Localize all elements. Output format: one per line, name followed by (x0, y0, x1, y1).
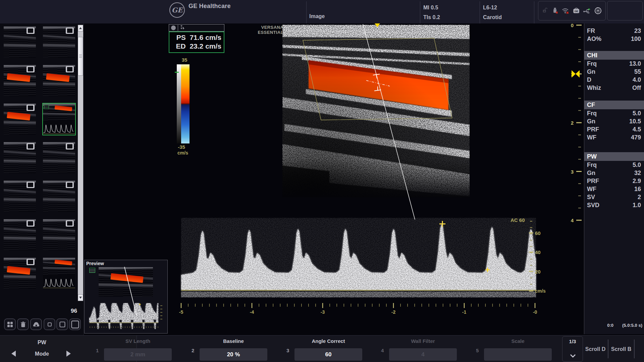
softkey-button-angle-correct[interactable]: 60 (294, 348, 362, 361)
svg-text:GE: GE (574, 10, 578, 13)
svg-text:40: 40 (535, 249, 541, 255)
mode-next-button[interactable] (66, 351, 71, 357)
size-large-button[interactable] (69, 318, 81, 330)
chevron-down-icon[interactable] (570, 354, 576, 358)
softkey-button-sv-length[interactable]: 2 mm (104, 348, 172, 361)
scroll-up-button[interactable] (78, 25, 83, 32)
ac-angle-label: AC 60 (511, 217, 525, 223)
thumbnail-measure-box (44, 105, 49, 109)
wifi-error-icon (561, 6, 570, 15)
cine-clip-icon (26, 105, 35, 111)
scroll-d-button[interactable]: Scroll D (583, 346, 608, 352)
scrollbar-thumb[interactable] (78, 37, 83, 76)
parameter-value: 5.0 (633, 109, 641, 117)
parameter-row: SVD1.0 (584, 201, 644, 209)
svg-text:4: 4 (571, 218, 574, 223)
svg-text:-0: -0 (533, 309, 537, 315)
brightness-icon (594, 6, 602, 16)
parameter-value: 13.0 (629, 60, 641, 68)
parameter-row: Frq13.0 (584, 60, 644, 68)
thumbnail[interactable] (43, 219, 75, 250)
svg-text:cm/s: cm/s (535, 288, 546, 294)
preview-label: Preview (86, 261, 104, 266)
arrow-down-icon (79, 297, 82, 299)
grayscale-marker (175, 72, 179, 73)
mode-label[interactable]: Mode (27, 351, 57, 357)
colorbar-unit-label: cm/s (176, 150, 190, 156)
parameter-row: Frq5.0 (584, 161, 644, 169)
grid-layout-button[interactable] (4, 318, 16, 330)
parameter-value: 100 (631, 35, 641, 43)
softkey-label: Scale (484, 338, 552, 344)
ge-network-icon: GE (573, 6, 580, 15)
thumbnail[interactable] (4, 65, 36, 96)
size-large-icon (71, 320, 79, 329)
size-medium-button[interactable] (56, 318, 68, 330)
arrow-up-icon (79, 27, 82, 29)
parameter-label: PRF (587, 177, 599, 185)
scroll-down-button[interactable] (78, 294, 83, 301)
softkey-button-baseline[interactable]: 20 % (200, 348, 267, 361)
parameter-label: SV (587, 193, 595, 201)
measurement-values: PS 71.6 cm/s ED 23.2 cm/s (169, 32, 224, 53)
divider (480, 1, 480, 23)
sidebar-scrollbar[interactable] (78, 25, 83, 301)
thumbnail[interactable] (4, 142, 36, 173)
thumbnail[interactable] (4, 104, 36, 135)
system-watermark: VERSANAESSENTIAL (235, 25, 283, 35)
colorbar-max-label: 35 (178, 57, 191, 63)
softkey-button-scale[interactable] (484, 348, 552, 361)
softkey-page-box[interactable]: 1/3 (562, 336, 583, 362)
brand-title: GE Healthcare (189, 3, 231, 10)
softkey-number: 5 (476, 348, 479, 353)
svg-text:-4: -4 (250, 309, 254, 315)
divider (178, 25, 178, 31)
parameter-label: WF (587, 185, 596, 193)
svg-text:3: 3 (571, 169, 574, 175)
tab-image[interactable]: Image (309, 13, 325, 19)
mode-prev-button[interactable] (11, 351, 16, 357)
thumbnail[interactable] (43, 142, 75, 173)
svg-text:-2: -2 (391, 309, 396, 315)
cine-clip-icon (66, 220, 74, 227)
usb-connected-icon (583, 6, 591, 15)
clipboard-sidebar: 96 (0, 23, 84, 335)
cine-clock: 0:0 (5.0:5.0 s) (584, 323, 644, 328)
size-small-button[interactable] (44, 318, 55, 330)
thumbnail[interactable] (4, 181, 36, 212)
delete-button[interactable] (17, 318, 29, 330)
print-button[interactable] (30, 318, 42, 330)
parameter-label: Frq (587, 60, 597, 68)
svg-text:-3: -3 (321, 309, 325, 315)
cine-clip-icon (66, 182, 74, 188)
image-count: 96 (47, 308, 77, 314)
scrollbar-grip (79, 55, 82, 58)
parameter-label: PRF (587, 125, 599, 133)
thumbnail[interactable] (4, 258, 36, 289)
preview-measure-box (89, 268, 95, 273)
parameter-value: 4.0 (633, 76, 641, 84)
parameter-value: 1.0 (633, 201, 641, 209)
thumbnail[interactable] (43, 26, 75, 58)
parameter-label: AO% (587, 35, 601, 43)
thumbnail[interactable] (43, 65, 75, 96)
thumbnail-selected[interactable] (43, 104, 75, 135)
caps-lock-icon: A (542, 6, 549, 15)
size-small-icon (46, 321, 53, 328)
ps-caliper[interactable] (439, 221, 445, 227)
thumbnail[interactable] (4, 26, 36, 58)
loop-duration: (5.0:5.0 s) (622, 323, 642, 328)
thumbnail[interactable] (4, 219, 36, 250)
thumbnail[interactable] (43, 258, 75, 289)
softkey-number: 3 (286, 348, 289, 353)
scroll-b-button[interactable]: Scroll B (609, 346, 633, 352)
preview-panel: Preview (84, 260, 168, 334)
ed-caliper[interactable] (485, 268, 490, 272)
right-panel-rows: FR23AO%100CHIFrq13.0Gn55D4.0WhizOffCFFrq… (584, 23, 644, 209)
parameter-label: Whiz (587, 84, 601, 92)
parameter-row: AO%100 (584, 35, 644, 43)
parameter-row: Gn10.5 (584, 117, 644, 125)
softkey-button-wall-filter[interactable]: 4 (389, 348, 457, 361)
thumbnail[interactable] (43, 181, 75, 212)
size-medium-icon (59, 321, 66, 328)
